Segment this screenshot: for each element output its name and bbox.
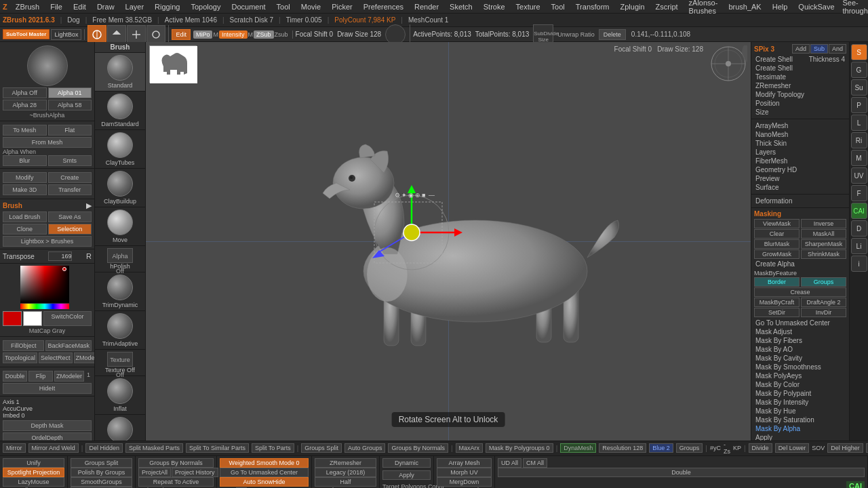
shrinkmask-btn[interactable]: ShrinkMask xyxy=(801,249,846,259)
surface-item[interactable]: Surface xyxy=(754,183,846,192)
transpose-r-btn[interactable]: R xyxy=(86,252,92,260)
brush-standard[interactable]: Standard xyxy=(95,53,145,92)
menu-layer[interactable]: Layer xyxy=(123,3,147,11)
menu-transform[interactable]: Transform xyxy=(573,3,612,11)
del-higher-btn[interactable]: Del Higher xyxy=(827,443,863,453)
clone-btn[interactable]: Clone xyxy=(3,224,47,235)
menu-zplugin[interactable]: Zplugin xyxy=(618,3,648,11)
to-mesh-btn[interactable]: To Mesh xyxy=(3,125,47,136)
color-saturation-field[interactable] xyxy=(20,266,69,303)
geometry-icon-btn[interactable]: G xyxy=(851,62,867,78)
save-as-btn[interactable]: Save As xyxy=(48,211,92,222)
rotate-tool-icon[interactable] xyxy=(146,25,165,44)
cmall-btn[interactable]: CM All xyxy=(523,458,547,468)
auto-groups-btn[interactable]: Auto Groups xyxy=(344,443,386,453)
subtool-icon-btn[interactable]: S xyxy=(851,44,867,60)
mask-by-hue[interactable]: Mask By Hue xyxy=(754,407,846,415)
fibermesh-item[interactable]: FiberMesh xyxy=(754,157,846,165)
delete-btn[interactable]: Delete xyxy=(599,29,626,40)
and-btn[interactable]: And xyxy=(829,44,846,54)
mask-by-polypaint[interactable]: Mask By Polypaint xyxy=(754,389,846,398)
position-item[interactable]: Modify Topology xyxy=(754,90,846,99)
move-tool-icon[interactable] xyxy=(107,25,126,44)
mirror-btn[interactable]: Mirror xyxy=(3,443,26,453)
border-btn[interactable]: Border xyxy=(754,277,800,287)
viewmask-btn[interactable]: ViewMask xyxy=(754,219,800,228)
transpose-input[interactable] xyxy=(48,251,72,261)
crease-btn[interactable]: Crease xyxy=(754,287,846,297)
groups-normals-btn[interactable]: Groups By Normals xyxy=(388,443,448,453)
legacy-btn[interactable]: Legacy (2018) xyxy=(315,468,376,477)
maskall-btn[interactable]: MaskAll xyxy=(801,229,846,239)
order-depth-btn[interactable]: OrdelDepth xyxy=(3,432,92,441)
quicksave-label[interactable]: QuickSave xyxy=(795,3,837,11)
sharpenmask-btn[interactable]: SharpenMask xyxy=(801,239,846,249)
alpha-off-1[interactable]: Alpha Off xyxy=(3,87,47,98)
polish-groups-btn[interactable]: Polish By Groups xyxy=(71,468,132,477)
brush-trimdynamic[interactable]: TrimDynamic xyxy=(95,272,145,311)
flat-btn[interactable]: Flat xyxy=(48,125,92,136)
intensity-btn[interactable]: Intensity xyxy=(219,30,248,39)
draw-tool-icon[interactable] xyxy=(87,25,106,44)
maxarx-btn[interactable]: MaxArx xyxy=(456,443,484,453)
blue2-btn[interactable]: Blue 2 xyxy=(649,443,673,453)
spotlight-proj-btn[interactable]: Spotlight Projection xyxy=(3,468,64,477)
draw-size-dial[interactable] xyxy=(385,24,406,45)
groups-bottom-btn[interactable]: Groups xyxy=(676,443,703,453)
menu-brushak[interactable]: brush_AK xyxy=(726,3,764,11)
create-btn[interactable]: Create xyxy=(48,172,92,183)
scale-tool-icon[interactable] xyxy=(127,25,146,44)
smts-btn[interactable]: Smts xyxy=(48,155,92,166)
switch-color-btn[interactable]: SwitchColor xyxy=(43,311,92,326)
thickskin-item[interactable]: Thick Skin xyxy=(754,139,846,148)
mirror-weld-btn[interactable]: Mirror And Weld xyxy=(28,443,79,453)
menu-tool[interactable]: Tool xyxy=(274,3,293,11)
deformation-item[interactable]: Deformation xyxy=(754,197,846,205)
menu-sketch[interactable]: Sketch xyxy=(447,3,475,11)
double-bottom-btn[interactable]: Double xyxy=(498,468,865,477)
info-icon-btn[interactable]: i xyxy=(851,256,867,272)
menu-zscript[interactable]: Zscript xyxy=(653,3,681,11)
sub-btn[interactable]: Sub xyxy=(810,44,828,54)
array-mesh-btn[interactable]: Array Mesh xyxy=(437,458,492,468)
groups-split-btn2[interactable]: Groups Split xyxy=(71,458,132,468)
clear-mask-btn[interactable]: Clear xyxy=(754,229,800,239)
load-brush-btn[interactable]: Load Brush xyxy=(3,211,47,222)
weighted-smooth-btn[interactable]: Weighted Smooth Mode 0 xyxy=(220,458,309,468)
brush-damstandard[interactable]: DamStandard xyxy=(95,92,145,130)
smooth-groups-btn2[interactable]: SmoothGroups xyxy=(71,477,132,487)
blur-btn[interactable]: Blur xyxy=(3,155,47,166)
menu-draw[interactable]: Draw xyxy=(94,3,117,11)
inverse-btn[interactable]: Inverse xyxy=(801,219,846,228)
add-btn[interactable]: Add xyxy=(792,44,810,54)
menu-help[interactable]: Help xyxy=(770,3,791,11)
from-mesh-btn[interactable]: From Mesh xyxy=(3,137,92,148)
menu-edit[interactable]: Edit xyxy=(71,3,89,11)
brush-claytubes[interactable]: ClayTubes xyxy=(95,130,145,169)
groups-by-normals-btn[interactable]: Groups By Normals xyxy=(138,458,214,468)
arraymesh-item[interactable]: ArrayMesh xyxy=(754,121,846,130)
polypaint-icon-btn[interactable]: P xyxy=(851,97,867,113)
mask-adjust[interactable]: Mask Adjust xyxy=(754,327,846,336)
dog-model-container[interactable] xyxy=(252,105,645,378)
preview-item[interactable]: Preview xyxy=(754,174,846,183)
matcap-gray-label[interactable]: MatCap Gray xyxy=(3,327,92,334)
mask-by-color[interactable]: Mask By Color xyxy=(754,380,846,389)
brush-claybuildup[interactable]: ClayBuildup xyxy=(95,169,145,207)
groups-btn[interactable]: Groups xyxy=(801,277,846,287)
menu-stroke[interactable]: Stroke xyxy=(481,3,508,11)
groups-split-btn[interactable]: Groups Split xyxy=(301,443,342,453)
color-foreground[interactable] xyxy=(3,311,22,326)
growmask-btn[interactable]: GrowMask xyxy=(754,249,800,259)
project-history-btn[interactable]: Project History xyxy=(172,468,218,477)
menu-tool2[interactable]: Tool xyxy=(549,3,568,11)
flip-btn[interactable]: Flip xyxy=(28,371,53,382)
project-all-btn[interactable]: ProjectAll xyxy=(138,468,171,477)
menu-picker[interactable]: Picker xyxy=(329,3,355,11)
alpha-58[interactable]: Alpha 58 xyxy=(48,100,92,110)
del-lower-btn[interactable]: Del Lower xyxy=(775,443,810,453)
lightbox-brushes-btn[interactable]: Lightbox > Brushes xyxy=(3,236,92,247)
rigging-icon-btn[interactable]: Ri xyxy=(851,132,867,148)
mask-by-ao[interactable]: Mask By AO xyxy=(754,345,846,354)
menu-zbrush[interactable]: ZBrush xyxy=(13,3,42,11)
